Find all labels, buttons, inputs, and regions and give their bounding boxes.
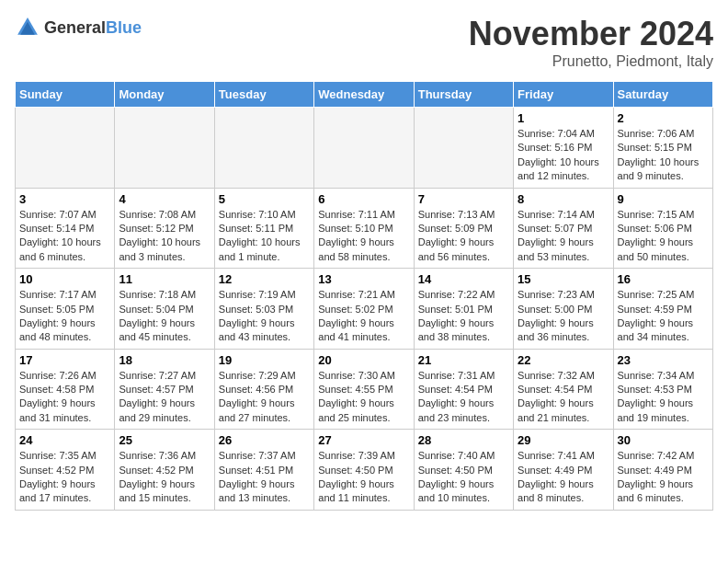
day-info: Sunrise: 7:13 AM Sunset: 5:09 PM Dayligh… <box>418 208 509 265</box>
calendar-cell <box>314 108 414 189</box>
day-info: Sunrise: 7:23 AM Sunset: 5:00 PM Dayligh… <box>518 288 609 345</box>
day-number: 2 <box>618 111 709 125</box>
day-number: 1 <box>518 111 609 125</box>
day-info: Sunrise: 7:35 AM Sunset: 4:52 PM Dayligh… <box>19 449 110 506</box>
day-number: 6 <box>318 192 409 206</box>
calendar-cell: 10Sunrise: 7:17 AM Sunset: 5:05 PM Dayli… <box>16 269 115 350</box>
calendar-cell: 2Sunrise: 7:06 AM Sunset: 5:15 PM Daylig… <box>613 108 712 189</box>
day-info: Sunrise: 7:15 AM Sunset: 5:06 PM Dayligh… <box>618 208 709 265</box>
calendar-cell: 21Sunrise: 7:31 AM Sunset: 4:54 PM Dayli… <box>414 349 513 430</box>
weekday-header-row: SundayMondayTuesdayWednesdayThursdayFrid… <box>16 82 713 108</box>
day-number: 10 <box>19 272 110 286</box>
day-info: Sunrise: 7:06 AM Sunset: 5:15 PM Dayligh… <box>618 127 709 184</box>
day-number: 23 <box>618 353 709 367</box>
weekday-header-sunday: Sunday <box>16 82 115 108</box>
calendar-cell: 4Sunrise: 7:08 AM Sunset: 5:12 PM Daylig… <box>115 188 214 269</box>
week-row-1: 3Sunrise: 7:07 AM Sunset: 5:14 PM Daylig… <box>16 188 713 269</box>
week-row-2: 10Sunrise: 7:17 AM Sunset: 5:05 PM Dayli… <box>16 269 713 350</box>
calendar-cell: 13Sunrise: 7:21 AM Sunset: 5:02 PM Dayli… <box>314 269 414 350</box>
calendar-cell: 16Sunrise: 7:25 AM Sunset: 4:59 PM Dayli… <box>613 269 712 350</box>
day-info: Sunrise: 7:41 AM Sunset: 4:49 PM Dayligh… <box>518 449 609 506</box>
day-info: Sunrise: 7:08 AM Sunset: 5:12 PM Dayligh… <box>119 208 210 265</box>
day-info: Sunrise: 7:32 AM Sunset: 4:54 PM Dayligh… <box>518 369 609 426</box>
calendar-cell: 5Sunrise: 7:10 AM Sunset: 5:11 PM Daylig… <box>214 188 313 269</box>
day-number: 25 <box>119 433 210 447</box>
calendar-cell: 11Sunrise: 7:18 AM Sunset: 5:04 PM Dayli… <box>115 269 214 350</box>
calendar-cell: 7Sunrise: 7:13 AM Sunset: 5:09 PM Daylig… <box>414 188 513 269</box>
calendar-cell: 19Sunrise: 7:29 AM Sunset: 4:56 PM Dayli… <box>214 349 313 430</box>
calendar-cell: 22Sunrise: 7:32 AM Sunset: 4:54 PM Dayli… <box>514 349 613 430</box>
calendar-cell: 12Sunrise: 7:19 AM Sunset: 5:03 PM Dayli… <box>214 269 313 350</box>
day-info: Sunrise: 7:26 AM Sunset: 4:58 PM Dayligh… <box>19 369 110 426</box>
week-row-0: 1Sunrise: 7:04 AM Sunset: 5:16 PM Daylig… <box>16 108 713 189</box>
day-number: 15 <box>518 272 609 286</box>
day-number: 29 <box>518 433 609 447</box>
calendar-cell <box>115 108 214 189</box>
day-info: Sunrise: 7:34 AM Sunset: 4:53 PM Dayligh… <box>618 369 709 426</box>
day-number: 3 <box>19 192 110 206</box>
day-number: 12 <box>219 272 310 286</box>
day-number: 18 <box>119 353 210 367</box>
day-number: 16 <box>618 272 709 286</box>
calendar-cell <box>414 108 513 189</box>
day-number: 11 <box>119 272 210 286</box>
calendar-cell: 15Sunrise: 7:23 AM Sunset: 5:00 PM Dayli… <box>514 269 613 350</box>
calendar-cell: 27Sunrise: 7:39 AM Sunset: 4:50 PM Dayli… <box>314 430 414 511</box>
day-number: 13 <box>318 272 409 286</box>
day-number: 24 <box>19 433 110 447</box>
day-number: 8 <box>518 192 609 206</box>
day-info: Sunrise: 7:27 AM Sunset: 4:57 PM Dayligh… <box>119 369 210 426</box>
day-info: Sunrise: 7:42 AM Sunset: 4:49 PM Dayligh… <box>618 449 709 506</box>
day-number: 26 <box>219 433 310 447</box>
calendar-cell: 3Sunrise: 7:07 AM Sunset: 5:14 PM Daylig… <box>16 188 115 269</box>
day-info: Sunrise: 7:14 AM Sunset: 5:07 PM Dayligh… <box>518 208 609 265</box>
calendar-cell: 1Sunrise: 7:04 AM Sunset: 5:16 PM Daylig… <box>514 108 613 189</box>
day-number: 20 <box>318 353 409 367</box>
calendar-cell: 18Sunrise: 7:27 AM Sunset: 4:57 PM Dayli… <box>115 349 214 430</box>
day-info: Sunrise: 7:07 AM Sunset: 5:14 PM Dayligh… <box>19 208 110 265</box>
day-number: 4 <box>119 192 210 206</box>
day-info: Sunrise: 7:36 AM Sunset: 4:52 PM Dayligh… <box>119 449 210 506</box>
weekday-header-monday: Monday <box>115 82 214 108</box>
day-info: Sunrise: 7:29 AM Sunset: 4:56 PM Dayligh… <box>219 369 310 426</box>
logo-icon <box>15 15 40 40</box>
weekday-header-thursday: Thursday <box>414 82 513 108</box>
calendar-cell: 8Sunrise: 7:14 AM Sunset: 5:07 PM Daylig… <box>514 188 613 269</box>
calendar-table: SundayMondayTuesdayWednesdayThursdayFrid… <box>15 81 713 511</box>
day-info: Sunrise: 7:21 AM Sunset: 5:02 PM Dayligh… <box>318 288 409 345</box>
calendar-cell: 14Sunrise: 7:22 AM Sunset: 5:01 PM Dayli… <box>414 269 513 350</box>
day-number: 30 <box>618 433 709 447</box>
week-row-3: 17Sunrise: 7:26 AM Sunset: 4:58 PM Dayli… <box>16 349 713 430</box>
day-number: 17 <box>19 353 110 367</box>
day-number: 19 <box>219 353 310 367</box>
weekday-header-friday: Friday <box>514 82 613 108</box>
calendar-cell: 9Sunrise: 7:15 AM Sunset: 5:06 PM Daylig… <box>613 188 712 269</box>
day-info: Sunrise: 7:40 AM Sunset: 4:50 PM Dayligh… <box>418 449 509 506</box>
calendar-cell: 20Sunrise: 7:30 AM Sunset: 4:55 PM Dayli… <box>314 349 414 430</box>
day-number: 22 <box>518 353 609 367</box>
day-number: 5 <box>219 192 310 206</box>
day-info: Sunrise: 7:39 AM Sunset: 4:50 PM Dayligh… <box>318 449 409 506</box>
day-info: Sunrise: 7:31 AM Sunset: 4:54 PM Dayligh… <box>418 369 509 426</box>
day-number: 7 <box>418 192 509 206</box>
day-info: Sunrise: 7:10 AM Sunset: 5:11 PM Dayligh… <box>219 208 310 265</box>
calendar-cell: 17Sunrise: 7:26 AM Sunset: 4:58 PM Dayli… <box>16 349 115 430</box>
day-number: 9 <box>618 192 709 206</box>
month-title: November 2024 <box>469 15 713 53</box>
day-info: Sunrise: 7:22 AM Sunset: 5:01 PM Dayligh… <box>418 288 509 345</box>
location: Prunetto, Piedmont, Italy <box>469 53 713 70</box>
day-number: 14 <box>418 272 509 286</box>
calendar-cell: 25Sunrise: 7:36 AM Sunset: 4:52 PM Dayli… <box>115 430 214 511</box>
logo-text-blue: Blue <box>106 18 142 37</box>
day-info: Sunrise: 7:37 AM Sunset: 4:51 PM Dayligh… <box>219 449 310 506</box>
day-info: Sunrise: 7:19 AM Sunset: 5:03 PM Dayligh… <box>219 288 310 345</box>
day-number: 28 <box>418 433 509 447</box>
weekday-header-tuesday: Tuesday <box>214 82 313 108</box>
weekday-header-saturday: Saturday <box>613 82 712 108</box>
calendar-cell <box>16 108 115 189</box>
logo-text-general: General <box>44 18 106 37</box>
logo: GeneralBlue <box>15 15 142 40</box>
title-area: November 2024 Prunetto, Piedmont, Italy <box>469 15 713 70</box>
week-row-4: 24Sunrise: 7:35 AM Sunset: 4:52 PM Dayli… <box>16 430 713 511</box>
day-info: Sunrise: 7:30 AM Sunset: 4:55 PM Dayligh… <box>318 369 409 426</box>
